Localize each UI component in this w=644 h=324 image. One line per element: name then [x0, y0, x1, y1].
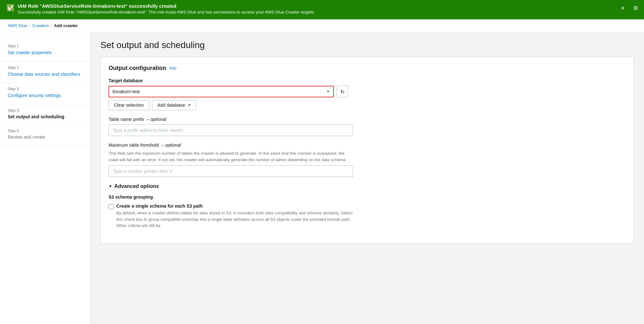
select-wrapper: tinnakorn-test ▼ ↻	[109, 86, 626, 97]
s3-schema-grouping-title: S3 schema grouping	[109, 194, 626, 200]
single-schema-checkbox-label: Create a single schema for each S3 path	[116, 203, 355, 209]
main-layout: Step 1 Set crawler properties Step 2 Cho…	[0, 32, 644, 324]
settings-icon: ⚙	[633, 5, 638, 12]
external-link-icon: ↗	[187, 103, 191, 108]
breadcrumb: AWS Glue › Crawlers › Add crawler	[0, 19, 644, 32]
max-table-threshold-input[interactable]	[109, 165, 353, 177]
add-database-button[interactable]: Add database ↗	[152, 100, 196, 110]
advanced-options-label: Advanced options	[114, 183, 159, 189]
collapse-triangle-icon: ▼	[109, 184, 112, 189]
step-3-label: Step 3	[8, 87, 82, 91]
banner-close-button[interactable]: ×	[621, 5, 625, 12]
sidebar-step-4-current: Set output and scheduling	[8, 114, 64, 119]
table-name-prefix-label-text: Table name prefix	[109, 117, 144, 122]
step-5-label: Step 5	[8, 129, 82, 133]
check-icon: ✅	[6, 4, 14, 12]
page-title: Set output and scheduling	[100, 40, 634, 50]
sidebar: Step 1 Set crawler properties Step 2 Cho…	[0, 32, 90, 324]
table-name-prefix-label: Table name prefix – optional	[109, 117, 626, 122]
breadcrumb-separator-1: ›	[29, 24, 30, 28]
single-schema-checkbox-label-container: Create a single schema for each S3 path …	[116, 203, 355, 229]
max-table-threshold-optional: optional	[165, 142, 181, 148]
selected-database-value: tinnakorn-test	[112, 89, 326, 94]
target-database-field: Target database tinnakorn-test ▼ ↻ Clear…	[109, 78, 626, 110]
step-4-label: Step 4	[8, 108, 82, 113]
max-table-threshold-field: Maximum table threshold – optional This …	[109, 142, 626, 177]
s3-schema-grouping-section: S3 schema grouping Create a single schem…	[109, 194, 626, 229]
target-database-select[interactable]: tinnakorn-test ▼	[109, 86, 334, 97]
table-name-prefix-optional: optional	[150, 117, 166, 122]
breadcrumb-separator-2: ›	[51, 24, 52, 28]
banner-title: IAM Role "AWSGlueServiceRole-tinnakorn-t…	[18, 3, 638, 9]
output-config-section-title: Output configuration Info	[109, 65, 626, 72]
step-2-label: Step 2	[8, 65, 82, 70]
breadcrumb-crawlers[interactable]: Crawlers	[32, 23, 49, 28]
max-table-threshold-label-text: Maximum table threshold	[109, 142, 159, 148]
sidebar-step-1-link[interactable]: Set crawler properties	[8, 50, 52, 55]
database-action-row: Clear selection Add database ↗	[109, 100, 626, 110]
sidebar-step-1: Step 1 Set crawler properties	[0, 40, 90, 62]
single-schema-checkbox-row: Create a single schema for each S3 path …	[109, 203, 626, 229]
sidebar-step-4: Step 4 Set output and scheduling	[0, 104, 90, 125]
success-banner: ✅ IAM Role "AWSGlueServiceRole-tinnakorn…	[0, 0, 644, 19]
breadcrumb-aws-glue[interactable]: AWS Glue	[8, 23, 27, 28]
sidebar-step-3: Step 3 Configure security settings	[0, 83, 90, 104]
max-table-threshold-description: This field sets the maximum number of ta…	[109, 150, 353, 163]
refresh-button[interactable]: ↻	[336, 86, 348, 97]
banner-content: IAM Role "AWSGlueServiceRole-tinnakorn-t…	[18, 3, 638, 15]
sidebar-step-2-link[interactable]: Choose data sources and classifiers	[8, 72, 80, 77]
single-schema-checkbox[interactable]	[109, 204, 114, 209]
sidebar-step-2: Step 2 Choose data sources and classifie…	[0, 62, 90, 83]
content-area: Set output and scheduling Output configu…	[90, 32, 644, 324]
sidebar-step-5: Step 5 Review and create	[0, 125, 90, 145]
dropdown-arrow-icon: ▼	[326, 89, 330, 94]
step-1-label: Step 1	[8, 44, 82, 48]
banner-message: Successfully created IAM Role "AWSGlueSe…	[18, 10, 638, 15]
max-table-threshold-label: Maximum table threshold – optional	[109, 142, 626, 148]
output-config-panel: Output configuration Info Target databas…	[100, 57, 634, 243]
clear-selection-button[interactable]: Clear selection	[109, 100, 149, 110]
advanced-options-header[interactable]: ▼ Advanced options	[109, 183, 626, 189]
sidebar-step-5-inactive: Review and create	[8, 134, 45, 140]
sidebar-step-3-link[interactable]: Configure security settings	[8, 93, 61, 98]
table-name-prefix-field: Table name prefix – optional	[109, 117, 626, 136]
single-schema-checkbox-description: By default, when a crawler defines table…	[116, 210, 355, 229]
breadcrumb-current: Add crawler	[54, 23, 78, 28]
target-database-label: Target database	[109, 78, 626, 83]
output-config-title-text: Output configuration	[109, 65, 166, 72]
add-database-label: Add database	[157, 103, 185, 108]
table-name-prefix-input[interactable]	[109, 124, 353, 136]
info-link[interactable]: Info	[169, 66, 176, 71]
clear-selection-label: Clear selection	[114, 103, 144, 108]
